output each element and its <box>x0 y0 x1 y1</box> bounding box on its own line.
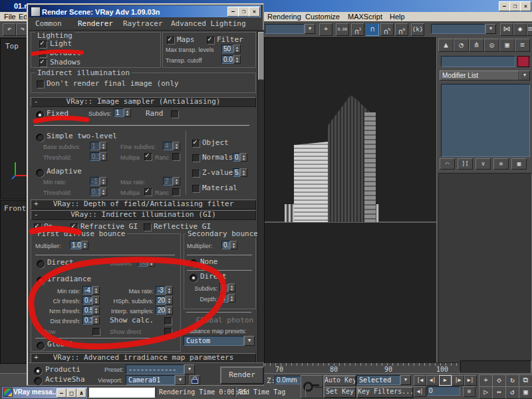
object-name-field[interactable] <box>441 56 515 67</box>
threshold2-field[interactable]: 0.1▲▼ <box>90 188 107 196</box>
menu-help[interactable]: Help <box>390 13 405 21</box>
normals-checkbox[interactable] <box>192 154 200 162</box>
dialog-minimize-button[interactable]: − <box>227 7 239 17</box>
dialog-restore-button[interactable]: ❐ <box>238 7 249 17</box>
prev-key-icon[interactable]: ◀| <box>414 386 426 397</box>
show-checkbox[interactable] <box>92 328 100 336</box>
rollout-adv-irmap[interactable]: + VRay:: Advanced irradiance map paramet… <box>31 353 256 362</box>
percent-snap-value-icon[interactable]: 0.00 <box>336 23 349 36</box>
orbit-icon[interactable]: ↺ <box>505 386 519 399</box>
zvalue-checkbox[interactable] <box>192 170 200 178</box>
threshold-field[interactable]: 0.1▲▼ <box>90 152 107 161</box>
fine-subdivs-field[interactable]: 4▲▼ <box>163 142 180 150</box>
tab-renderer[interactable]: Renderer <box>78 19 113 28</box>
align-icon[interactable]: ◆ <box>513 23 527 36</box>
dropdown-arrow-icon[interactable]: ▼ <box>305 24 315 34</box>
filter-checkbox[interactable] <box>207 37 215 45</box>
multipass2-checkbox[interactable] <box>144 188 152 196</box>
spinner-icon[interactable]: ▲▼ <box>228 294 235 303</box>
pan-icon[interactable]: ↔ <box>492 386 506 399</box>
dont-render-checkbox[interactable] <box>37 80 45 88</box>
spinner-icon[interactable]: ▲▼ <box>148 258 155 267</box>
hsph-subdivs-field[interactable]: 20▲▼ <box>156 296 173 305</box>
spinner-icon[interactable]: ▲▼ <box>166 286 173 295</box>
rand3-checkbox[interactable] <box>172 188 180 196</box>
dropdown-arrow-icon[interactable]: ▼ <box>485 24 496 34</box>
spinner-icon[interactable]: ▲▼ <box>100 177 107 186</box>
sb-depth-field[interactable]: 3▲▼ <box>219 294 235 303</box>
production-radio[interactable] <box>34 367 42 375</box>
play-icon[interactable]: ▶ <box>439 375 452 386</box>
clr-thresh-field[interactable]: 0.4▲▼ <box>82 296 100 305</box>
next-frame-icon[interactable]: |▶ <box>452 375 464 386</box>
menu-file[interactable]: File <box>4 13 16 21</box>
layers-icon[interactable]: ≡ <box>527 23 532 36</box>
preset-dropdown[interactable]: ------------▼ <box>126 364 195 374</box>
tab-motion-icon[interactable]: ◎ <box>484 39 499 52</box>
minmax-toggle-icon[interactable]: ▣ <box>519 386 532 399</box>
sb-subdivs-field[interactable]: 1▲▼ <box>219 283 235 292</box>
fb-direct-radio[interactable] <box>37 260 45 268</box>
spinner-icon[interactable]: ▲▼ <box>173 142 180 150</box>
auto-key-button[interactable]: Auto Key <box>323 375 356 387</box>
spinner-icon[interactable]: ▲▼ <box>166 296 173 305</box>
dialog-close-button[interactable]: ✕ <box>249 7 260 17</box>
viewport-camera[interactable] <box>264 37 438 364</box>
material-checkbox[interactable] <box>192 185 200 193</box>
go-end-icon[interactable]: ▶| <box>464 375 477 386</box>
percent-snap-icon[interactable]: ∩% <box>380 23 394 36</box>
nrm-thresh-field[interactable]: 0.5▲▼ <box>82 306 100 315</box>
menu-maxscript[interactable]: MAXScript <box>348 13 382 21</box>
restore-button[interactable]: ❐ <box>509 1 521 11</box>
dropdown-arrow-icon[interactable]: ▼ <box>400 375 411 385</box>
minimize-button[interactable]: − <box>499 1 510 11</box>
close-button[interactable]: ✕ <box>520 1 531 11</box>
fixed-radio[interactable] <box>36 111 44 119</box>
rollout-gi[interactable]: - VRay:: Indirect illumination (GI) <box>31 210 256 220</box>
irmap-presets-dropdown[interactable]: Custom▼ <box>184 336 255 346</box>
activeshade-radio[interactable] <box>34 377 42 385</box>
add-time-tag[interactable]: Add Time Tag <box>234 387 306 397</box>
min-rate-field[interactable]: -1▲▼ <box>90 177 107 186</box>
base-subdivs-field[interactable]: 1▲▼ <box>90 142 107 150</box>
rollout-dof[interactable]: + VRay:: Depth of field/Antialiasing fil… <box>31 200 256 209</box>
selection-filter-dropdown[interactable]: Selected▼ <box>356 375 411 385</box>
light-checkbox[interactable] <box>39 41 47 49</box>
normals-field[interactable]: 0.1▲▼ <box>233 153 247 162</box>
spinner-snap-icon[interactable]: ∩≡ <box>395 23 408 36</box>
spinner-icon[interactable]: ▲▼ <box>233 45 241 53</box>
multipass-checkbox[interactable] <box>144 153 152 161</box>
spinner-icon[interactable]: ▲▼ <box>92 316 100 325</box>
named-selection-dropdown[interactable]: ▼ <box>431 24 496 34</box>
fb-multiplier-field[interactable]: 1.0▲▼ <box>70 241 88 249</box>
go-start-icon[interactable]: |◀ <box>414 375 426 386</box>
spinner-icon[interactable]: ▲▼ <box>240 153 247 162</box>
pin-stack-icon[interactable]: ⌒ <box>440 158 455 170</box>
interp-samples-field[interactable]: 20▲▼ <box>156 306 173 315</box>
max-rate-field[interactable]: 2▲▼ <box>163 177 180 186</box>
region-zoom-icon[interactable]: ▷ <box>479 386 493 399</box>
simple-two-level-radio[interactable] <box>36 134 44 142</box>
prev-frame-icon[interactable]: ◀| <box>426 375 439 386</box>
spinner-icon[interactable]: ▲▼ <box>81 241 88 249</box>
vray-rollup-button[interactable]: ∧ <box>76 388 86 398</box>
remove-modifier-icon[interactable]: ⊗ <box>493 158 509 170</box>
modifier-stack[interactable] <box>441 84 530 157</box>
fb-subdivs-field[interactable]: 50▲▼ <box>138 258 155 267</box>
dropdown-arrow-icon[interactable]: ▼ <box>175 375 186 385</box>
viewport-front[interactable]: Front <box>0 200 27 364</box>
irr-max-rate-field[interactable]: -3▲▼ <box>156 286 173 295</box>
tab-modify-icon[interactable]: ◔ <box>454 39 469 52</box>
select-manipulate-icon[interactable]: + <box>319 23 332 36</box>
viewport-lock-icon[interactable] <box>190 375 200 385</box>
spinner-icon[interactable]: ▲▼ <box>228 283 235 292</box>
spinner-icon[interactable]: ▲▼ <box>92 296 100 305</box>
transp-cutoff-field[interactable]: 0.001▲▼ <box>221 55 241 64</box>
vray-minimize-button[interactable]: − <box>57 388 66 398</box>
tab-display-icon[interactable]: ▣ <box>499 39 515 52</box>
dialog-scrollbar[interactable] <box>257 30 264 362</box>
spinner-icon[interactable]: ▲▼ <box>230 241 237 249</box>
sb-direct-radio[interactable] <box>190 274 198 282</box>
zvalue-field[interactable]: 5.0▲▼ <box>233 168 247 177</box>
tab-utilities-icon[interactable]: ≡ <box>515 39 530 52</box>
